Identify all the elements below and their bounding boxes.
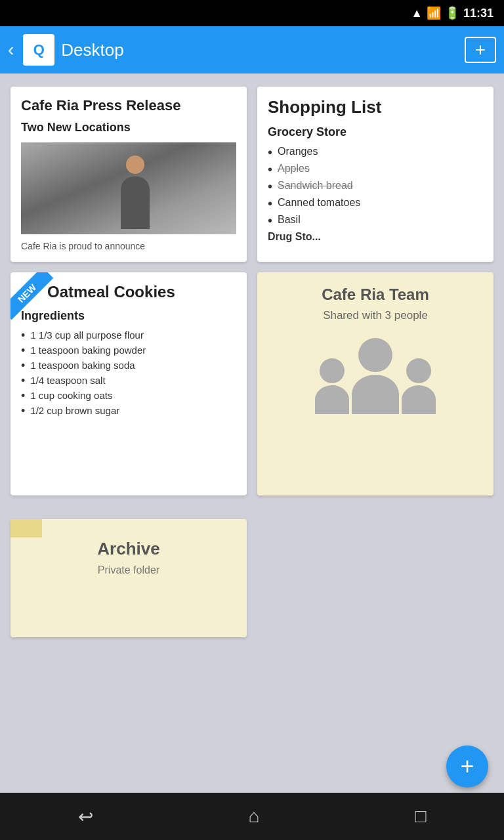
archive-title: Archive [97,539,159,559]
floating-add-button[interactable]: + [446,746,488,788]
avatar-head-3 [406,358,431,383]
signal-icon: 📶 [427,6,441,20]
recipe-card[interactable]: NEW Oatmeal Cookies Ingredients 1 1/3 cu… [10,272,247,495]
press-card-image [21,142,236,234]
back-arrow-icon[interactable]: ‹ [8,39,14,60]
app-bar: ‹ Q Desktop + [0,26,504,74]
archive-subtitle: Private folder [98,564,159,576]
recents-nav-icon: □ [415,806,427,826]
avatar-body-1 [315,385,349,414]
new-badge-label: NEW [10,272,53,320]
shopping-item-oranges: Oranges [268,146,483,159]
ingredient-5: 1 cup cooking oats [21,390,236,402]
ingredient-6: 1/2 cup brown sugar [21,405,236,417]
back-nav-icon: ↩ [78,807,93,827]
shopping-item-bread: Sandwich bread [268,180,483,193]
shopping-item-tomatoes: Canned tomatoes [268,197,483,210]
fab-plus-icon: + [460,753,474,780]
nav-home-button[interactable]: ⌂ [233,801,276,832]
shopping-list-card[interactable]: Shopping List Grocery Store Oranges Appl… [257,87,494,262]
ingredient-3: 1 teaspoon baking soda [21,360,236,371]
avatar-person-3 [402,358,436,414]
barista-figure [119,156,152,234]
barista-head [126,156,144,174]
archive-folder-tab [10,519,42,537]
status-bar: ▲ 📶 🔋 11:31 [0,0,504,26]
home-nav-icon: ⌂ [249,806,260,826]
new-badge: NEW [10,272,63,325]
app-title: Desktop [61,40,123,60]
avatar-person-2 [352,338,399,414]
press-release-card[interactable]: Cafe Ria Press Release Two New Locations… [10,87,247,262]
avatar-group [315,338,436,414]
team-title: Cafe Ria Team [322,285,429,304]
barista-body [121,177,150,229]
avatar-person-1 [315,358,349,414]
wifi-icon: ▲ [411,7,423,20]
time-display: 11:31 [463,7,494,20]
press-card-body: Cafe Ria is proud to announce [21,241,236,251]
team-subtitle: Shared with 3 people [323,309,428,322]
shopping-item-basil: Basil [268,214,483,227]
avatar-body-3 [402,385,436,414]
shopping-list-title: Shopping List [268,97,483,117]
drug-store-section: Drug Sto... [268,231,483,243]
ingredient-2: 1 teaspoon baking powder [21,345,236,356]
add-note-header-button[interactable]: + [465,37,496,63]
battery-icon: 🔋 [445,6,459,20]
status-icons: ▲ 📶 🔋 11:31 [411,6,494,20]
app-bar-left: ‹ Q Desktop [8,34,124,66]
main-content: Cafe Ria Press Release Two New Locations… [0,74,504,793]
press-card-title: Cafe Ria Press Release [21,97,236,114]
avatar-head-2 [358,338,392,372]
plus-icon: + [475,39,486,60]
app-logo: Q [23,34,54,66]
ingredient-1: 1 1/3 cup all purpose flour [21,329,236,341]
shopping-item-apples: Apples [268,163,483,176]
team-card[interactable]: Cafe Ria Team Shared with 3 people [257,272,494,495]
nav-back-button[interactable]: ↩ [62,801,109,833]
press-card-subtitle: Two New Locations [21,121,236,135]
avatar-body-2 [352,375,399,414]
avatar-head-1 [320,358,345,383]
archive-card[interactable]: Archive Private folder [10,519,247,637]
grocery-section-label: Grocery Store [268,125,483,139]
bottom-nav: ↩ ⌂ □ [0,793,504,840]
nav-recents-button[interactable]: □ [400,801,442,832]
ingredient-4: 1/4 teaspoon salt [21,375,236,387]
